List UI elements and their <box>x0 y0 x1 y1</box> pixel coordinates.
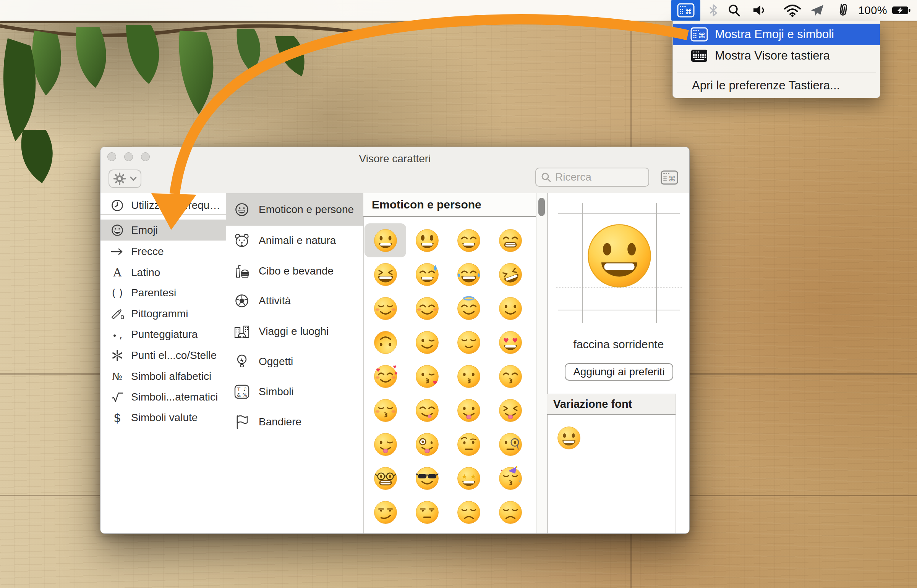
emoji-cell-29[interactable] <box>406 461 448 495</box>
character-viewer-window: Visore caratteri <box>100 147 690 534</box>
glyph-guide-line <box>558 213 680 214</box>
emoji-cell-25[interactable] <box>406 427 448 461</box>
emoji-cell-24[interactable] <box>365 427 406 461</box>
sidebar-item-simboli-valute[interactable]: $Simboli valute <box>100 407 226 428</box>
sidebar-item-simboli-atematici[interactable]: Simboli...atematici <box>100 386 226 407</box>
emoji-cell-0[interactable] <box>365 223 406 257</box>
search-input[interactable]: Ricerca <box>535 168 649 187</box>
close-button[interactable] <box>107 152 116 161</box>
action-menu-button[interactable] <box>109 170 141 188</box>
category-label: Animali e natura <box>259 234 336 247</box>
category-emoticon-e-persone[interactable]: Emoticon e persone <box>226 193 363 226</box>
emoji-cell-4[interactable] <box>365 257 406 291</box>
svg-text:⌘: ⌘ <box>669 174 676 183</box>
emoji-cell-13[interactable] <box>406 325 448 359</box>
emoji-cell-22[interactable] <box>448 393 489 427</box>
battery-percent-label: 100% <box>858 4 887 17</box>
emoji-cell-1[interactable] <box>406 223 448 257</box>
emoji-cell-27[interactable] <box>489 427 531 461</box>
minimize-button[interactable] <box>124 152 133 161</box>
spotlight-tray-item[interactable] <box>726 0 743 21</box>
scrollbar-thumb[interactable] <box>538 198 545 216</box>
bear-icon <box>233 233 250 248</box>
emoji-cell-17[interactable]: ♥ <box>406 359 448 393</box>
emoji-font-variation[interactable] <box>557 426 581 452</box>
category-viaggi-e-luoghi[interactable]: Viaggi e luoghi <box>226 317 363 346</box>
menu-item-mostra-visore-tastiera[interactable]: Mostra Visore tastiera <box>673 45 880 66</box>
category-attivit[interactable]: Attività <box>226 286 363 316</box>
sidebar-item-label: Parentesi <box>131 287 176 299</box>
emoji-cell-9[interactable] <box>406 291 448 325</box>
wifi-tray-item[interactable] <box>781 0 804 21</box>
sidebar-item-punteggiatura[interactable]: ,Punteggiatura <box>100 324 226 345</box>
add-to-favorites-button[interactable]: Aggiungi ai preferiti <box>565 363 673 381</box>
emoji-cell-14[interactable] <box>448 325 489 359</box>
smiley-icon <box>233 202 250 217</box>
emoji-cell-19[interactable] <box>489 359 531 393</box>
emoji-cell-12[interactable] <box>365 325 406 359</box>
emoji-cell-15[interactable]: ♥♥ <box>489 325 531 359</box>
pen-icon <box>110 308 124 320</box>
menu-item-keyboard-preferences[interactable]: Apri le preferenze Tastiera... <box>692 79 840 92</box>
symbols-icon: T♪&% <box>233 384 250 399</box>
emoji-cell-31[interactable] <box>489 461 531 495</box>
sidebar-item-pittogrammi[interactable]: Pittogrammi <box>100 303 226 324</box>
wifi-icon <box>783 3 802 18</box>
emoji-cell-18[interactable] <box>448 359 489 393</box>
category-label: Oggetti <box>259 355 293 368</box>
grid-section-header: Emoticon e persone <box>363 193 536 217</box>
sidebar-item-label: Punti el...co/Stelle <box>131 349 217 362</box>
attachment-tray-item[interactable] <box>834 0 851 21</box>
zoom-button[interactable] <box>141 152 150 161</box>
category-simboli[interactable]: T♪&%Simboli <box>226 377 363 407</box>
emoji-cell-5[interactable] <box>406 257 448 291</box>
sidebar-item-frecce[interactable]: Frecce <box>100 241 226 262</box>
sidebar-item-punti-el-co-stelle[interactable]: Punti el...co/Stelle <box>100 345 226 366</box>
emoji-cell-21[interactable] <box>406 393 448 427</box>
emoji-cell-35[interactable] <box>489 495 531 529</box>
emoji-cell-23[interactable] <box>489 393 531 427</box>
input-menu-tray-item[interactable]: ⌘ <box>671 0 700 21</box>
sidebar-item-latino[interactable]: ALatino <box>100 262 226 283</box>
sidebar-item-simboli-alfabetici[interactable]: №Simboli alfabetici <box>100 366 226 387</box>
category-animali-e-natura[interactable]: Animali e natura <box>226 226 363 255</box>
menu-item-mostra-emoji-e-simboli[interactable]: ⌘Mostra Emoji e simboli <box>673 24 880 45</box>
battery-tray-item[interactable] <box>890 0 912 21</box>
emoji-cell-32[interactable] <box>365 495 406 529</box>
emoji-cell-28[interactable] <box>365 461 406 495</box>
category-label: Bandiere <box>259 416 301 428</box>
category-oggetti[interactable]: Oggetti <box>226 347 363 376</box>
emoji-cell-26[interactable] <box>448 427 489 461</box>
emoji-cell-11[interactable] <box>489 291 531 325</box>
desktop: Visore caratteri <box>0 0 917 588</box>
sqrt-icon <box>110 391 124 404</box>
emoji-cell-20[interactable] <box>365 393 406 427</box>
sidebar-item-emoji[interactable]: Emoji <box>100 220 226 241</box>
volume-tray-item[interactable] <box>750 0 770 21</box>
scrollbar-track[interactable] <box>536 193 547 533</box>
emoji-cell-33[interactable] <box>406 495 448 529</box>
sidebar-item-utilizzati-di-frequente[interactable]: Utilizzati di frequente <box>100 195 226 216</box>
emoji-cell-8[interactable] <box>365 291 406 325</box>
category-cibo-e-bevande[interactable]: Cibo e bevande <box>226 256 363 286</box>
arrow-icon <box>110 247 124 256</box>
emoji-cell-16[interactable]: ♥♥♥ <box>365 359 406 393</box>
emoji-cell-30[interactable]: ★★ <box>448 461 489 495</box>
emoji-cell-2[interactable] <box>448 223 489 257</box>
svg-text:♥: ♥ <box>512 336 517 344</box>
bluetooth-tray-item[interactable] <box>706 0 721 21</box>
category-label: Emoticon e persone <box>259 204 354 216</box>
emoji-cell-3[interactable] <box>489 223 531 257</box>
emoji-cell-10[interactable] <box>448 291 489 325</box>
emoji-cell-6[interactable] <box>448 257 489 291</box>
sidebar-item-label: Utilizzati di frequente <box>131 199 226 212</box>
category-bandiere[interactable]: Bandiere <box>226 407 363 437</box>
category-label: Viaggi e luoghi <box>259 325 329 338</box>
bluetooth-icon <box>706 3 720 18</box>
panel-toggle-button[interactable]: ⌘ <box>659 169 680 186</box>
emoji-cell-34[interactable] <box>448 495 489 529</box>
character-viewer-icon: ⌘ <box>690 27 708 42</box>
sidebar-item-parentesi[interactable]: ( )Parentesi <box>100 282 226 303</box>
emoji-cell-7[interactable] <box>489 257 531 291</box>
telegram-tray-item[interactable] <box>808 0 826 21</box>
